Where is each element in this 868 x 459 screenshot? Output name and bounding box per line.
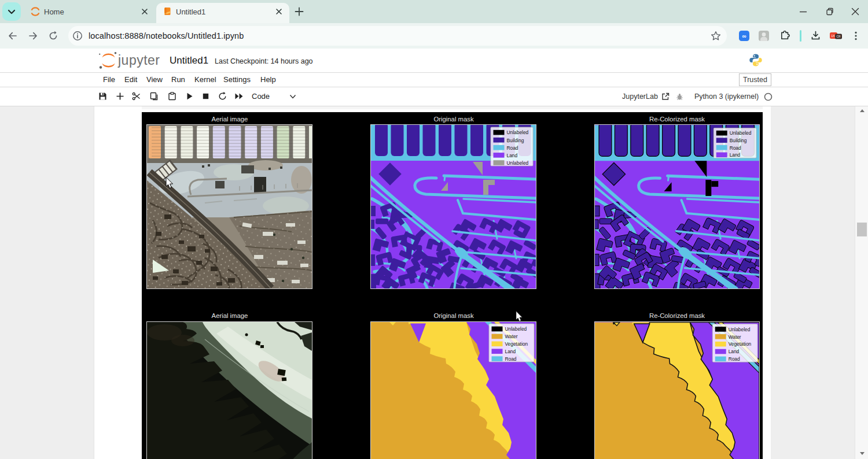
svg-text:Unlabeled: Unlabeled	[729, 327, 751, 332]
svg-text:Vegetation: Vegetation	[505, 341, 528, 347]
svg-text:∞: ∞	[742, 33, 746, 39]
svg-text:Building: Building	[730, 138, 747, 143]
svg-text:Land: Land	[729, 349, 740, 354]
svg-text:Land: Land	[505, 349, 516, 354]
svg-text:Vegetation: Vegetation	[729, 341, 752, 347]
svg-text:Road: Road	[730, 145, 741, 151]
svg-text:Road: Road	[505, 356, 517, 362]
svg-text:Unlabeled: Unlabeled	[505, 326, 527, 332]
svg-text:Road: Road	[729, 356, 740, 362]
svg-text:Building: Building	[507, 138, 524, 143]
svg-text:Land: Land	[507, 153, 518, 158]
svg-text:Unlabeled: Unlabeled	[507, 129, 529, 135]
svg-text:Water: Water	[729, 334, 741, 340]
svg-text:Road: Road	[507, 145, 518, 151]
svg-text:Land: Land	[730, 152, 741, 158]
svg-text:Unlabeled: Unlabeled	[730, 130, 752, 136]
svg-text:1X: 1X	[831, 34, 835, 38]
svg-text:Water: Water	[505, 334, 518, 339]
svg-text:CR: CR	[836, 35, 841, 38]
svg-text:Unlabeled: Unlabeled	[507, 160, 529, 166]
